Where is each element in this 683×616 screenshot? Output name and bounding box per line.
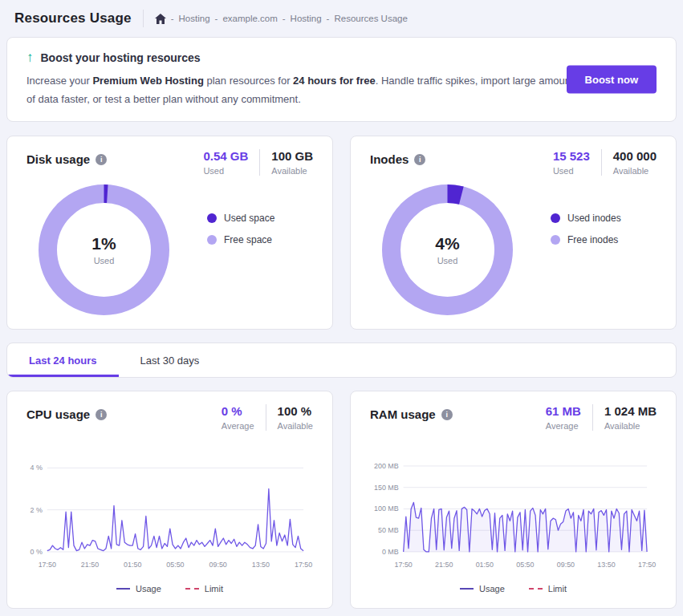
used-space-label: Used space <box>224 213 274 224</box>
cpu-available-label: Available <box>278 421 313 431</box>
breadcrumb-separator: - <box>215 14 218 23</box>
cpu-card-title: CPU usage i <box>26 404 107 421</box>
tab-last-24-hours[interactable]: Last 24 hours <box>7 343 119 377</box>
cpu-stats: 0 % Average 100 % Available <box>222 404 313 431</box>
usage-legend-label: Usage <box>479 584 505 594</box>
svg-text:13:50: 13:50 <box>597 561 615 569</box>
svg-text:17:50: 17:50 <box>39 561 56 569</box>
disk-stats: 0.54 GB Used 100 GB Available <box>203 149 313 176</box>
inodes-available-value: 400 000 <box>613 149 657 163</box>
breadcrumb-hosting[interactable]: Hosting <box>179 14 210 23</box>
svg-text:01:50: 01:50 <box>476 561 494 569</box>
banner-text-segment-bold: 24 hours for free <box>293 75 376 87</box>
svg-text:4 %: 4 % <box>30 464 42 472</box>
cpu-average-value: 0 % <box>222 404 254 418</box>
info-icon[interactable]: i <box>414 154 425 165</box>
free-inodes-dot-icon <box>551 235 560 245</box>
home-icon[interactable] <box>155 14 166 24</box>
ram-available-value: 1 024 MB <box>604 404 657 418</box>
inodes-used-value: 15 523 <box>553 149 590 163</box>
boost-banner-title-row: ↑ Boost your hosting resources <box>26 51 657 64</box>
limit-dash-swatch-icon <box>529 588 543 590</box>
ram-card-title-text: RAM usage <box>370 407 436 421</box>
svg-text:01:50: 01:50 <box>124 561 141 569</box>
usage-cards-row: Disk usage i 0.54 GB Used 100 GB Availab… <box>6 136 677 330</box>
inodes-card-header: Inodes i 15 523 Used 400 000 Available <box>370 149 657 176</box>
page-header: Resources Usage - Hosting - example.com … <box>0 0 683 35</box>
limit-legend-label: Limit <box>548 584 567 594</box>
stat-divider <box>601 149 602 176</box>
ram-legend-limit: Limit <box>529 584 567 594</box>
used-inodes-label: Used inodes <box>567 213 621 224</box>
ram-legend-usage: Usage <box>460 584 505 594</box>
page-title: Resources Usage <box>14 10 132 26</box>
inodes-used-stat: 15 523 Used <box>553 149 590 176</box>
disk-usage-card: Disk usage i 0.54 GB Used 100 GB Availab… <box>6 136 333 330</box>
banner-text-segment: plan resources for <box>204 75 293 87</box>
boost-banner: ↑ Boost your hosting resources Increase … <box>6 37 677 122</box>
svg-text:200 MB: 200 MB <box>374 462 399 470</box>
breadcrumb: - Hosting - example.com - Hosting - Reso… <box>155 14 408 24</box>
disk-available-value: 100 GB <box>271 149 313 163</box>
svg-text:2 %: 2 % <box>30 506 42 514</box>
legend-item-used-space: Used space <box>207 213 274 224</box>
inodes-donut-chart: 4% Used <box>381 184 514 316</box>
usage-line-swatch-icon <box>460 588 474 590</box>
breadcrumb-separator: - <box>327 14 330 23</box>
cpu-usage-card: CPU usage i 0 % Average 100 % Available … <box>6 391 333 609</box>
disk-donut-chart: 1% Used <box>38 184 170 316</box>
svg-text:17:50: 17:50 <box>295 561 312 569</box>
svg-text:05:50: 05:50 <box>166 561 184 569</box>
disk-available-stat: 100 GB Available <box>271 149 313 176</box>
svg-text:17:50: 17:50 <box>395 561 413 569</box>
svg-text:150 MB: 150 MB <box>374 484 399 492</box>
breadcrumb-hosting-section[interactable]: Hosting <box>291 14 322 23</box>
svg-text:21:50: 21:50 <box>81 561 99 569</box>
inodes-available-stat: 400 000 Available <box>613 149 657 176</box>
cpu-chart-legend: Usage Limit <box>26 573 313 602</box>
info-icon[interactable]: i <box>96 409 107 420</box>
charts-row: CPU usage i 0 % Average 100 % Available … <box>6 391 677 609</box>
ram-stats: 61 MB Average 1 024 MB Available <box>546 404 657 431</box>
svg-text:100 MB: 100 MB <box>374 505 399 513</box>
disk-legend: Used space Free space <box>207 213 274 316</box>
ram-available-label: Available <box>604 421 657 431</box>
svg-text:17:50: 17:50 <box>638 561 656 569</box>
breadcrumb-current-page: Resources Usage <box>334 14 407 23</box>
inodes-card-title-text: Inodes <box>370 152 409 166</box>
boost-now-button[interactable]: Boost now <box>567 66 657 94</box>
ram-card-header: RAM usage i 61 MB Average 1 024 MB Avail… <box>370 404 657 431</box>
cpu-available-value: 100 % <box>278 404 313 418</box>
banner-text-segment: Increase your <box>26 75 92 87</box>
inodes-card-title: Inodes i <box>370 149 425 166</box>
limit-dash-swatch-icon <box>185 588 199 590</box>
svg-text:0 MB: 0 MB <box>382 548 399 556</box>
stat-divider <box>259 149 260 176</box>
inodes-card: Inodes i 15 523 Used 400 000 Available 4… <box>350 136 677 330</box>
tab-last-30-days[interactable]: Last 30 days <box>119 343 222 377</box>
breadcrumb-separator: - <box>171 14 174 23</box>
cpu-legend-usage: Usage <box>116 584 161 594</box>
used-inodes-dot-icon <box>551 213 560 223</box>
svg-text:09:50: 09:50 <box>209 561 227 569</box>
svg-text:05:50: 05:50 <box>516 561 534 569</box>
free-space-label: Free space <box>224 234 272 245</box>
legend-item-used-inodes: Used inodes <box>551 213 621 224</box>
header-divider <box>143 10 144 27</box>
breadcrumb-domain[interactable]: example.com <box>222 14 277 23</box>
disk-used-label: Used <box>203 166 248 176</box>
ram-line-chart: 0 MB50 MB100 MB150 MB200 MB17:5021:5001:… <box>370 452 657 573</box>
info-icon[interactable]: i <box>96 154 107 165</box>
ram-usage-card: RAM usage i 61 MB Average 1 024 MB Avail… <box>350 391 677 609</box>
cpu-average-label: Average <box>222 421 254 431</box>
trend-up-arrow-icon: ↑ <box>26 51 34 64</box>
info-icon[interactable]: i <box>441 409 453 420</box>
used-space-dot-icon <box>207 213 217 223</box>
svg-text:13:50: 13:50 <box>252 561 270 569</box>
usage-legend-label: Usage <box>136 584 161 594</box>
boost-banner-title: Boost your hosting resources <box>41 51 201 64</box>
free-space-dot-icon <box>207 235 217 245</box>
cpu-card-header: CPU usage i 0 % Average 100 % Available <box>26 404 313 431</box>
cpu-card-title-text: CPU usage <box>26 407 90 421</box>
ram-average-value: 61 MB <box>546 404 581 418</box>
